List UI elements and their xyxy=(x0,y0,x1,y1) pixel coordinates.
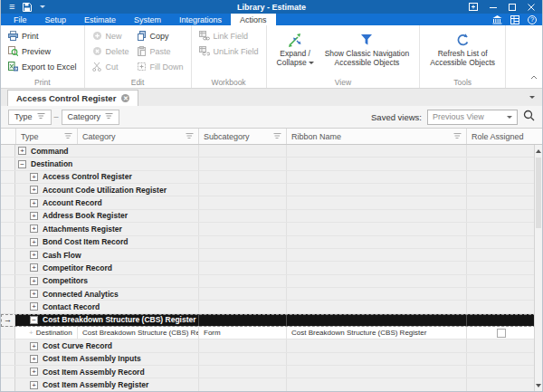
expand-toggle-icon[interactable]: + xyxy=(30,186,38,194)
expand-toggle-icon[interactable]: + xyxy=(30,199,38,207)
table-row[interactable]: +Bond Cost Item Record xyxy=(1,236,536,249)
table-row[interactable]: +Contact Record xyxy=(1,301,536,313)
table-row[interactable]: +Command xyxy=(1,145,536,158)
column-header-subcategory[interactable]: Subcategory xyxy=(198,129,286,144)
new-window-icon[interactable] xyxy=(469,3,478,11)
saved-views-dropdown[interactable]: Previous View xyxy=(427,110,518,125)
menu-tab-system[interactable]: System xyxy=(125,14,170,25)
table-row[interactable]: +DestinationCost Breakdown Structure (CB… xyxy=(1,327,536,339)
refresh-list-button[interactable]: Refresh List of Accessible Objects xyxy=(424,29,500,76)
close-icon[interactable] xyxy=(528,4,535,11)
scroll-down-icon[interactable] xyxy=(535,381,542,390)
cell-ribbon-name xyxy=(286,158,466,169)
tab-close-icon[interactable]: ✕ xyxy=(121,94,129,102)
column-header-ribbon-name[interactable]: Ribbon Name xyxy=(286,129,466,144)
quick-access-dropdown-icon[interactable] xyxy=(40,5,45,8)
row-indicator xyxy=(1,171,15,183)
column-filter-icon[interactable] xyxy=(64,132,72,141)
paste-button[interactable]: Paste xyxy=(134,44,186,59)
library-bank-icon[interactable] xyxy=(492,15,502,24)
preview-button[interactable]: Preview xyxy=(5,44,80,59)
help-icon[interactable]: ? xyxy=(528,15,537,24)
collapse-ribbon-icon[interactable] xyxy=(530,67,538,83)
delete-button[interactable]: Delete xyxy=(90,44,132,59)
table-row[interactable]: +Competitors xyxy=(1,275,536,288)
expand-toggle-icon[interactable]: + xyxy=(30,263,38,272)
filter-chip-type[interactable]: Type xyxy=(8,110,52,125)
group-row-label: Contact Record xyxy=(43,302,100,311)
table-row[interactable]: +Account Record xyxy=(1,196,536,209)
expand-toggle-icon[interactable]: + xyxy=(30,290,38,298)
minimize-icon[interactable] xyxy=(490,4,497,11)
expand-toggle-icon[interactable]: + xyxy=(30,277,38,285)
expand-toggle-icon[interactable]: + xyxy=(30,368,38,376)
expand-toggle-icon[interactable]: + xyxy=(30,355,38,363)
group-row-label: Address Book Register xyxy=(43,211,128,220)
vertical-scrollbar[interactable] xyxy=(534,145,542,392)
cut-button[interactable]: Cut xyxy=(90,60,132,74)
expand-collapse-button[interactable]: Expand / Collapse xyxy=(272,29,319,76)
table-row[interactable]: +Address Book Register xyxy=(1,210,536,223)
menu-tab-file[interactable]: File xyxy=(5,14,36,25)
expand-toggle-icon[interactable]: + xyxy=(30,225,38,233)
column-header-type[interactable]: Type xyxy=(15,129,77,144)
expand-toggle-icon[interactable]: + xyxy=(30,238,38,246)
expand-toggle-icon[interactable]: + xyxy=(18,147,26,155)
print-button[interactable]: Print xyxy=(5,29,80,43)
new-button[interactable]: New xyxy=(90,29,132,43)
menu-tab-actions[interactable]: Actions xyxy=(231,14,276,25)
column-filter-icon[interactable] xyxy=(273,132,281,141)
table-row[interactable]: →−Cost Breakdown Structure (CBS) Registe… xyxy=(1,314,536,327)
maximize-icon[interactable] xyxy=(509,4,516,11)
group-row-label: Competitors xyxy=(43,276,88,285)
grid-view-icon[interactable] xyxy=(510,15,519,24)
expand-toggle-icon[interactable]: + xyxy=(30,212,38,220)
table-row[interactable]: +Cost Item Assembly Register xyxy=(1,378,536,391)
show-classic-navigation-button[interactable]: Show Classic Navigation Accessible Objec… xyxy=(319,29,415,76)
group-cell: +Attachments Register xyxy=(15,223,198,234)
column-filter-icon[interactable] xyxy=(453,132,462,141)
table-row[interactable]: +Competitor Record xyxy=(1,262,536,274)
column-filter-icon[interactable] xyxy=(186,132,194,141)
ribbon-group-edit: New Delete Cut Copy xyxy=(85,25,192,88)
column-header-category[interactable]: Category xyxy=(77,129,198,144)
collapse-toggle-icon[interactable]: − xyxy=(18,160,26,168)
save-icon[interactable] xyxy=(23,3,32,12)
table-row[interactable]: +Cost Item Assembly Inputs xyxy=(1,353,536,366)
table-row[interactable]: +Cash Flow xyxy=(1,249,536,262)
table-row[interactable]: +Access Control Register xyxy=(1,171,536,184)
tab-access-control-register[interactable]: Access Control Register ✕ xyxy=(7,90,138,106)
table-row[interactable]: +Cost Curve Record xyxy=(1,339,536,352)
expand-collapse-dropdown-icon[interactable] xyxy=(309,62,314,64)
menu-tab-integrations[interactable]: Integrations xyxy=(170,14,231,25)
role-assigned-checkbox[interactable] xyxy=(497,329,506,338)
expand-toggle-icon[interactable]: + xyxy=(30,381,38,389)
column-header-role-assigned[interactable]: Role Assigned xyxy=(466,129,536,144)
menu-tab-setup[interactable]: Setup xyxy=(36,14,76,25)
unlink-field-button[interactable]: UnLink Field xyxy=(196,44,262,59)
export-to-excel-button[interactable]: Export to Excel xyxy=(5,60,80,74)
scroll-up-icon[interactable] xyxy=(535,147,542,156)
link-field-button[interactable]: Link Field xyxy=(196,29,262,43)
table-row[interactable]: −Destination xyxy=(1,158,536,170)
table-row[interactable]: +Account Code Utilization Register xyxy=(1,184,536,196)
expand-toggle-icon[interactable]: + xyxy=(30,173,38,181)
expand-toggle-icon[interactable]: + xyxy=(30,342,38,350)
scrollbar-thumb[interactable] xyxy=(536,158,541,228)
row-indicator xyxy=(1,184,15,196)
refresh-icon xyxy=(455,30,471,50)
copy-button[interactable]: Copy xyxy=(134,29,186,43)
tab-list-dropdown-icon[interactable] xyxy=(529,96,535,99)
search-icon[interactable] xyxy=(523,109,535,125)
table-row[interactable]: +Connected Analytics xyxy=(1,288,536,301)
expand-toggle-icon[interactable]: + xyxy=(30,302,38,311)
hamburger-menu-icon[interactable]: ≡ xyxy=(9,2,14,12)
group-cell: +Cost Curve Record xyxy=(15,339,198,351)
table-row[interactable]: +Cost Item Assembly Record xyxy=(1,366,536,378)
filter-chip-category[interactable]: Category xyxy=(62,110,120,125)
expand-toggle-icon[interactable]: + xyxy=(30,251,38,259)
table-row[interactable]: +Attachments Register xyxy=(1,223,536,235)
collapse-toggle-icon[interactable]: − xyxy=(30,316,38,324)
fill-down-button[interactable]: Fill Down xyxy=(134,60,186,74)
menu-tab-estimate[interactable]: Estimate xyxy=(75,14,125,25)
